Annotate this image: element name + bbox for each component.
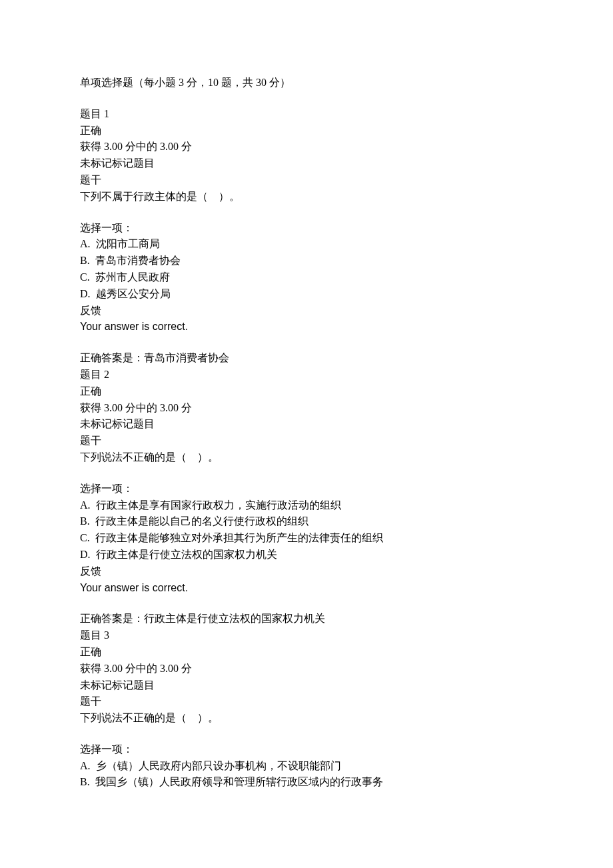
feedback-text: Your answer is correct. [80,319,533,335]
option-a: A. 行政主体是享有国家行政权力，实施行政活动的组织 [80,497,533,514]
question-stem-label: 题干 [80,693,533,710]
section-header: 单项选择题（每小题 3 分，10 题，共 30 分） [80,75,533,91]
question-3-options: 选择一项： A. 乡（镇）人民政府内部只设办事机构，不设职能部门 B. 我国乡（… [80,741,533,791]
feedback-text: Your answer is correct. [80,580,533,597]
question-2-options: 选择一项： A. 行政主体是享有国家行政权力，实施行政活动的组织 B. 行政主体… [80,481,533,597]
question-score: 获得 3.00 分中的 3.00 分 [80,139,533,155]
question-status: 正确 [80,123,533,139]
option-prompt: 选择一项： [80,220,533,237]
question-3-header: 正确答案是：行政主体是行使立法权的国家权力机关 题目 3 正确 获得 3.00 … [80,611,533,727]
question-stem: 下列说法不正确的是（ ）。 [80,710,533,727]
option-d: D. 行政主体是行使立法权的国家权力机关 [80,547,533,563]
correct-answer: 正确答案是：行政主体是行使立法权的国家权力机关 [80,611,533,627]
document-page: 单项选择题（每小题 3 分，10 题，共 30 分） 题目 1 正确 获得 3.… [0,0,613,868]
question-flag: 未标记标记题目 [80,677,533,694]
question-score: 获得 3.00 分中的 3.00 分 [80,400,533,417]
option-c: C. 行政主体是能够独立对外承担其行为所产生的法律责任的组织 [80,530,533,547]
question-score: 获得 3.00 分中的 3.00 分 [80,661,533,677]
question-stem: 下列不属于行政主体的是（ ）。 [80,189,533,205]
question-status: 正确 [80,383,533,400]
question-2-header: 正确答案是：青岛市消费者协会 题目 2 正确 获得 3.00 分中的 3.00 … [80,350,533,466]
question-status: 正确 [80,644,533,661]
option-prompt: 选择一项： [80,481,533,497]
question-flag: 未标记标记题目 [80,155,533,172]
question-stem: 下列说法不正确的是（ ）。 [80,449,533,466]
option-d: D. 越秀区公安分局 [80,286,533,303]
correct-answer: 正确答案是：青岛市消费者协会 [80,350,533,367]
section-header-block: 单项选择题（每小题 3 分，10 题，共 30 分） [80,75,533,91]
option-b: B. 行政主体是能以自己的名义行使行政权的组织 [80,513,533,530]
option-b: B. 青岛市消费者协会 [80,253,533,269]
question-1-header: 题目 1 正确 获得 3.00 分中的 3.00 分 未标记标记题目 题干 下列… [80,106,533,205]
question-stem-label: 题干 [80,433,533,449]
question-stem-label: 题干 [80,172,533,189]
option-c: C. 苏州市人民政府 [80,269,533,286]
option-a: A. 乡（镇）人民政府内部只设办事机构，不设职能部门 [80,758,533,775]
question-label: 题目 1 [80,106,533,123]
question-label: 题目 2 [80,367,533,383]
question-label: 题目 3 [80,627,533,644]
feedback-label: 反馈 [80,563,533,580]
option-prompt: 选择一项： [80,741,533,758]
option-a: A. 沈阳市工商局 [80,236,533,253]
question-flag: 未标记标记题目 [80,416,533,433]
option-b: B. 我国乡（镇）人民政府领导和管理所辖行政区域内的行政事务 [80,774,533,791]
feedback-label: 反馈 [80,303,533,319]
question-1-options: 选择一项： A. 沈阳市工商局 B. 青岛市消费者协会 C. 苏州市人民政府 D… [80,220,533,336]
